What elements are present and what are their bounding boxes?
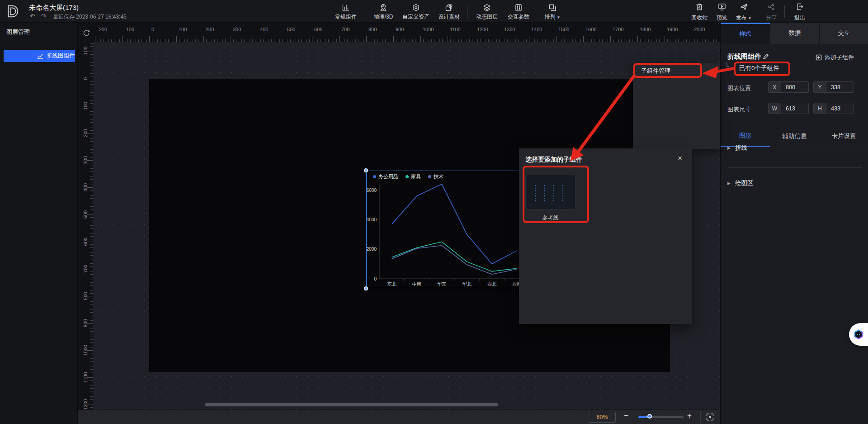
ruler-tick xyxy=(144,39,144,42)
canvas-horizontal-scrollbar[interactable] xyxy=(205,403,498,406)
ruler-tick xyxy=(694,39,695,42)
h-value[interactable]: 433 xyxy=(826,103,854,114)
action-label: 预览 xyxy=(717,14,727,22)
fit-to-screen-button[interactable] xyxy=(705,412,715,424)
undo-icon[interactable]: ↶ xyxy=(30,12,35,19)
resize-handle-top-left[interactable] xyxy=(364,168,368,172)
section-plot-area[interactable]: ▶ 绘图区 xyxy=(727,179,753,187)
tool-normal-components[interactable]: 常规组件 xyxy=(326,2,366,21)
menu-item-sub-component-manage[interactable]: 子组件管理 xyxy=(633,63,720,78)
ruler-tick xyxy=(90,209,93,210)
collapse-arrow-icon: ▶ xyxy=(727,146,731,150)
redo-icon[interactable]: ↷ xyxy=(41,12,47,19)
ruler-tick xyxy=(686,39,687,42)
ruler-tick xyxy=(480,39,481,42)
ruler-tick xyxy=(90,114,93,114)
ruler-tick xyxy=(136,39,136,42)
ruler-tick xyxy=(90,329,93,329)
svg-text:华东: 华东 xyxy=(437,281,446,286)
ruler-tick xyxy=(108,39,109,42)
section-line[interactable]: ▶ 折线 xyxy=(727,144,747,152)
ruler-tick xyxy=(231,36,231,42)
ruler-label: 300 xyxy=(233,27,241,32)
ruler-tick xyxy=(90,198,93,199)
size-w-input[interactable]: W 613 xyxy=(768,103,809,114)
position-x-input[interactable]: X 800 xyxy=(768,81,809,93)
refresh-icon[interactable] xyxy=(82,29,90,37)
ruler-tick xyxy=(90,204,93,204)
ruler-label: 400 xyxy=(260,27,268,32)
ruler-label: 200 xyxy=(83,126,88,141)
ruler-tick xyxy=(561,39,562,42)
sub-tab-auxiliary-info[interactable]: 辅助信息 xyxy=(770,126,819,147)
w-value[interactable]: 613 xyxy=(781,103,808,114)
action-publish[interactable]: 发布▼ xyxy=(728,2,760,22)
ruler-tick xyxy=(665,36,665,42)
zoom-slider[interactable] xyxy=(638,416,684,418)
ruler-tick xyxy=(255,39,255,42)
ruler-tick xyxy=(103,39,104,42)
ruler-tick xyxy=(106,39,106,42)
zoom-slider-thumb[interactable] xyxy=(647,414,652,419)
ruler-tick xyxy=(90,394,93,394)
tool-label: 地理/3D xyxy=(374,13,393,21)
add-sub-component-button[interactable]: 添加子组件 xyxy=(816,53,854,62)
ruler-tick xyxy=(646,39,646,42)
close-icon[interactable]: × xyxy=(678,154,682,163)
x-value[interactable]: 800 xyxy=(781,82,808,92)
sub-component-option-reference-line[interactable]: 参考线 xyxy=(525,175,576,222)
ruler-tick xyxy=(157,39,158,42)
line-chart-component[interactable]: 0200040006000东北中南华东华北西北西南 办公用品家具技术 xyxy=(366,171,533,288)
ai-assistant-button[interactable] xyxy=(849,323,868,346)
position-y-input[interactable]: Y 338 xyxy=(813,81,854,93)
ruler-tick xyxy=(551,39,551,42)
zoom-out-button[interactable]: − xyxy=(624,411,629,420)
last-saved-text: 最近保存 2023-06-27 16:43:45 xyxy=(53,13,127,21)
ruler-tick xyxy=(689,39,689,42)
legend-item[interactable]: 技术 xyxy=(428,173,443,180)
tool-design-material[interactable]: 设计素材 xyxy=(429,2,469,21)
legend-item[interactable]: 家具 xyxy=(406,173,421,180)
ruler-tick xyxy=(90,92,93,93)
layer-item-line-chart[interactable]: 折线图组件 xyxy=(4,50,75,62)
action-exit[interactable]: 退出 xyxy=(784,2,816,22)
add-box-icon xyxy=(816,54,822,61)
ruler-tick xyxy=(654,39,654,42)
action-share[interactable]: 分享 xyxy=(755,2,787,22)
y-value[interactable]: 338 xyxy=(826,82,854,92)
tool-arrange[interactable]: 排列▼ xyxy=(532,2,573,21)
ruler-tick xyxy=(90,310,93,310)
ruler-tick xyxy=(90,176,93,177)
legend-item[interactable]: 办公用品 xyxy=(373,173,398,180)
ruler-tick xyxy=(320,39,321,42)
resize-handle-bottom-left[interactable] xyxy=(364,286,368,291)
ruler-tick xyxy=(90,244,93,245)
screen-title: 未命名大屏(173) xyxy=(29,4,79,12)
line-chart-plot: 0200040006000东北中南华东华北西北西南 xyxy=(367,171,533,289)
section-divider xyxy=(728,167,862,168)
ruler-tick xyxy=(90,225,93,226)
zoom-level-input[interactable]: 60% xyxy=(589,412,616,423)
tab-style[interactable]: 样式 xyxy=(721,23,770,44)
tab-data[interactable]: 数据 xyxy=(770,23,819,44)
topbar: 未命名大屏(173) ↶ ↷ 最近保存 2023-06-27 16:43:45 … xyxy=(0,0,868,23)
zoom-in-button[interactable]: + xyxy=(687,411,692,420)
sub-tab-card-settings[interactable]: 卡片设置 xyxy=(819,126,868,147)
line-chart-icon xyxy=(37,53,43,59)
ruler-tick xyxy=(434,39,434,42)
inspector-tabs: 样式 数据 交互 xyxy=(721,23,868,44)
ruler-tick xyxy=(472,39,472,42)
ruler-tick xyxy=(415,39,415,42)
layer-panel-title: 图层管理 xyxy=(6,28,30,36)
edit-pencil-icon[interactable] xyxy=(763,53,769,62)
app-logo[interactable] xyxy=(5,4,20,19)
ruler-tick xyxy=(662,39,662,42)
ruler-label: 1200 xyxy=(83,397,88,410)
ruler-tick xyxy=(233,39,234,42)
ruler-tick xyxy=(339,36,340,42)
ruler-tick xyxy=(90,364,93,364)
tab-interaction[interactable]: 交互 xyxy=(819,23,868,44)
ruler-tick xyxy=(344,39,345,42)
ruler-tick xyxy=(673,39,673,42)
size-h-input[interactable]: H 433 xyxy=(813,103,854,114)
